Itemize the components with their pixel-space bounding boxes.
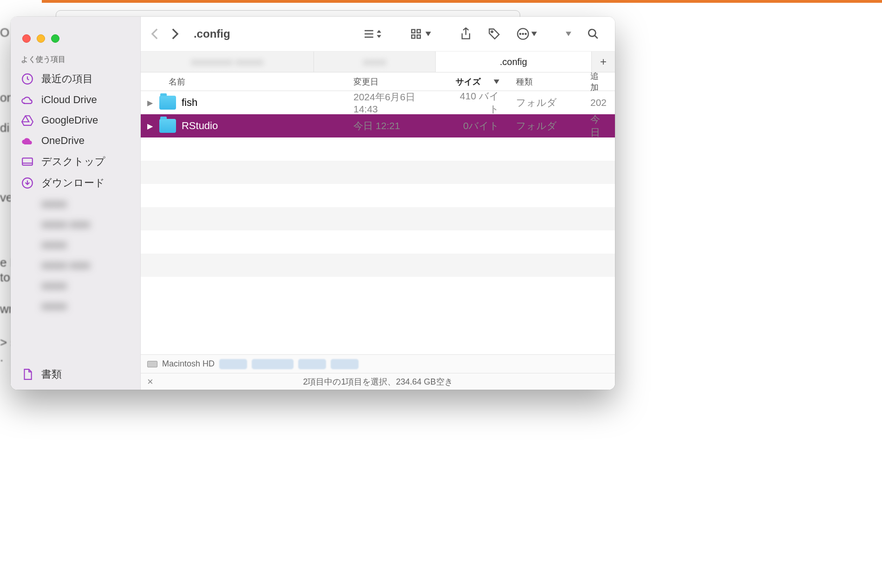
minimize-button[interactable] — [37, 34, 45, 43]
sidebar-item-label: OneDrive — [41, 135, 85, 147]
cloud-icon — [21, 93, 34, 106]
search-button[interactable] — [581, 28, 605, 40]
file-kind: フォルダ — [508, 119, 582, 132]
folder-icon — [159, 119, 176, 133]
svg-rect-6 — [417, 35, 420, 38]
file-date: 2024年6月6日 14:43 — [345, 91, 447, 115]
sidebar-item-label: iCloud Drive — [41, 94, 97, 106]
toolbar: .config — [141, 17, 615, 52]
finder-window: よく使う項目 最近の項目 iCloud Drive GoogleDrive On… — [11, 17, 615, 390]
main-panel: .config — [141, 17, 615, 390]
svg-rect-1 — [22, 158, 33, 165]
col-kind[interactable]: 種類 — [508, 76, 582, 87]
disclosure-icon[interactable]: ▶ — [147, 98, 154, 107]
more-button[interactable] — [511, 27, 542, 40]
path-blur — [331, 359, 359, 369]
tab-active[interactable]: .config — [436, 52, 592, 72]
svg-point-7 — [491, 31, 493, 33]
folder-icon — [159, 96, 176, 110]
sidebar-item-label: GoogleDrive — [41, 114, 98, 126]
file-added: 202 — [582, 97, 615, 108]
file-row-fish[interactable]: ▶ fish 2024年6月6日 14:43 410 バイト フォルダ 202 — [141, 91, 615, 114]
file-name: RStudio — [182, 120, 218, 132]
document-icon — [21, 368, 34, 381]
close-button[interactable] — [22, 34, 31, 43]
expand-button[interactable] — [560, 32, 577, 36]
status-text: 2項目中の1項目を選択、234.64 GB空き — [303, 376, 452, 387]
group-button[interactable] — [405, 28, 437, 39]
sidebar-item-label: デスクトップ — [41, 155, 105, 169]
svg-point-10 — [523, 33, 523, 34]
path-blur — [298, 359, 326, 369]
close-preview-button[interactable]: × — [147, 376, 153, 388]
status-bar: × 2項目中の1項目を選択、234.64 GB空き — [141, 373, 615, 390]
path-bar[interactable]: Macintosh HD — [141, 354, 615, 373]
tab-label: .config — [500, 57, 527, 67]
svg-point-11 — [525, 33, 526, 34]
empty-row — [141, 184, 615, 207]
col-name[interactable]: 名前 — [141, 76, 345, 87]
share-button[interactable] — [454, 27, 477, 41]
empty-row — [141, 254, 615, 277]
file-name: fish — [182, 97, 197, 109]
svg-point-12 — [588, 29, 595, 36]
file-added: 今日 — [582, 113, 615, 139]
nav-arrows — [151, 28, 179, 40]
clock-icon — [21, 72, 34, 85]
file-date: 今日 12:21 — [345, 119, 447, 132]
sidebar-item-downloads[interactable]: ダウンロード — [11, 172, 140, 194]
svg-point-9 — [520, 33, 521, 34]
svg-rect-4 — [417, 30, 420, 33]
drive-icon — [147, 361, 157, 367]
view-list-button[interactable] — [356, 29, 387, 39]
tab-hidden-2[interactable]: xxxxx — [314, 52, 436, 72]
sidebar-item-onedrive[interactable]: OneDrive — [11, 131, 140, 151]
empty-row — [141, 207, 615, 230]
window-controls — [11, 26, 140, 51]
desktop-icon — [21, 155, 34, 168]
sidebar-section-favorites: よく使う項目 — [11, 51, 140, 68]
location-title: .config — [194, 27, 230, 40]
sidebar-item-documents[interactable]: 書類 — [11, 364, 140, 385]
path-blur — [252, 359, 294, 369]
file-size: 0バイト — [447, 119, 508, 132]
sidebar-item-label: 最近の項目 — [41, 72, 93, 86]
column-headers: 名前 変更日 サイズ 種類 追加 — [141, 72, 615, 91]
svg-rect-3 — [412, 30, 415, 33]
sidebar-item-label: 書類 — [41, 367, 62, 381]
path-drive: Macintosh HD — [162, 359, 215, 369]
orange-bar — [42, 0, 882, 3]
tab-hidden-1[interactable]: xxxxxxxxx xxxxxx — [141, 52, 314, 72]
sort-indicator-icon — [494, 79, 499, 84]
disclosure-icon[interactable]: ▶ — [147, 122, 154, 131]
empty-row — [141, 230, 615, 254]
col-size[interactable]: サイズ — [447, 76, 508, 87]
file-list: ▶ fish 2024年6月6日 14:43 410 バイト フォルダ 202 … — [141, 91, 615, 354]
bg-text: O — [0, 26, 9, 40]
bg-text: di — [0, 121, 9, 135]
empty-row — [141, 137, 615, 161]
back-button[interactable] — [151, 28, 158, 40]
col-size-label: サイズ — [456, 76, 481, 87]
googledrive-icon — [21, 114, 34, 127]
svg-rect-5 — [412, 35, 415, 38]
sidebar-item-recents[interactable]: 最近の項目 — [11, 68, 140, 90]
forward-button[interactable] — [171, 28, 179, 40]
col-date[interactable]: 変更日 — [345, 76, 447, 87]
path-blur — [219, 359, 247, 369]
download-icon — [21, 176, 34, 189]
bg-text: to — [0, 270, 10, 285]
col-added[interactable]: 追加 — [582, 71, 615, 93]
sidebar-item-googledrive[interactable]: GoogleDrive — [11, 110, 140, 131]
bg-text: . — [0, 350, 3, 365]
file-kind: フォルダ — [508, 96, 582, 109]
sidebar-item-icloud[interactable]: iCloud Drive — [11, 90, 140, 110]
maximize-button[interactable] — [51, 34, 59, 43]
sidebar-blurred: xxxxx xxxxx xxxx xxxxx xxxxx xxxx xxxxx … — [11, 194, 140, 364]
new-tab-button[interactable]: + — [592, 52, 615, 72]
file-size: 410 バイト — [447, 91, 508, 116]
sidebar-item-desktop[interactable]: デスクトップ — [11, 151, 140, 172]
tag-button[interactable] — [482, 27, 506, 40]
tab-row: xxxxxxxxx xxxxxx xxxxx .config + — [141, 52, 615, 72]
file-row-rstudio[interactable]: ▶ RStudio 今日 12:21 0バイト フォルダ 今日 — [141, 114, 615, 137]
